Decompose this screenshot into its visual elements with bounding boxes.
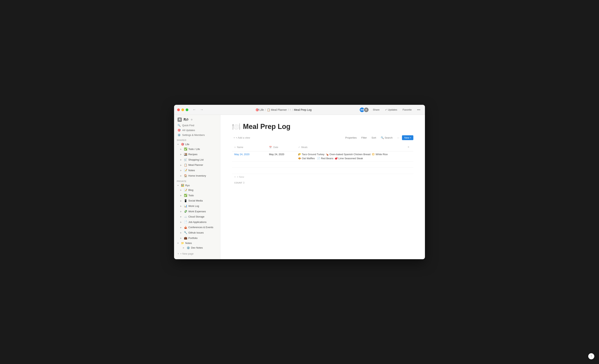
count-row: COUNT 3 (232, 180, 413, 186)
conferences-icon: 🎪 (184, 226, 187, 230)
breadcrumb-life[interactable]: 🎯 Life (255, 108, 264, 111)
add-new-row[interactable]: + + New (232, 174, 413, 180)
table-row (232, 161, 413, 168)
relation-icon: ↗ (298, 146, 300, 149)
sidebar-item-meal-planner[interactable]: ▶ 📋 Meal Planner (175, 162, 220, 168)
more-options-button[interactable]: ··· (395, 135, 401, 140)
sidebar-item-home-inventory[interactable]: ▶ 🏠 Home Inventory (175, 173, 220, 178)
life-icon: 🎯 (255, 108, 259, 111)
home-inventory-icon: 🏠 (184, 174, 187, 178)
meal-tag-3[interactable]: 🌕 White Rice (372, 153, 388, 156)
work-expenses-icon: 💸 (184, 210, 187, 213)
sidebar-item-todo-life[interactable]: ▶ ✅ Todo / Life (175, 146, 220, 152)
more-button[interactable]: ••• (415, 107, 422, 112)
github-issues-icon: 🔧 (184, 231, 187, 235)
sidebar-item-cloud-storage[interactable]: ▶ ☁️ Cloud Storage (175, 214, 220, 220)
shopping-list-icon: 🛒 (184, 158, 187, 162)
social-media-icon: 📱 (184, 199, 187, 203)
new-page-label: + New page (180, 252, 194, 255)
sort-button[interactable]: Sort (370, 135, 378, 140)
gear-icon: ⚙️ (177, 133, 181, 136)
recipes-icon: 🍱 (184, 153, 187, 157)
sidebar-item-job-applications[interactable]: ▶ 📄 Job Applications (175, 219, 220, 225)
page-title-row: 🍽️ Meal Prep Log (232, 123, 413, 131)
titlebar-actions: RN R Share ✓ Updates Favorite ••• (359, 107, 422, 113)
maximize-button[interactable] (186, 108, 188, 111)
meals-list: 🌮 Taco Ground Turkey 🍗 Oven-baked Spanis… (298, 153, 401, 160)
meal-tag-2[interactable]: 🍗 Oven-baked Spanish Chicken Breast (326, 153, 370, 156)
chevron-right-icon: ▶ (180, 205, 183, 207)
chevron-right-icon: ▶ (180, 200, 183, 202)
chevron-right-icon: ▶ (180, 237, 183, 240)
properties-button[interactable]: Properties (343, 135, 359, 140)
help-button[interactable]: ? (588, 353, 594, 359)
empty-name[interactable] (232, 168, 267, 174)
search-button[interactable]: 🔍 Search (379, 135, 395, 140)
sidebar-item-work-expenses[interactable]: ▶ 💸 Work Expenses (175, 209, 220, 214)
traffic-lights (177, 108, 188, 111)
sidebar-item-portfolio[interactable]: ▶ 💼 Portfolio (175, 235, 220, 241)
col-header-date[interactable]: 📅 Date (267, 143, 296, 151)
forward-button[interactable]: → (199, 107, 204, 112)
cell-name[interactable]: May 24, 2020 (232, 151, 267, 161)
private-label: PRIVATE (174, 178, 220, 183)
database-table: ≡ Name 📅 Date ↗ Meals + (232, 143, 413, 174)
table-row: May 24, 2020 May 24, 2020 🌮 Taco Ground … (232, 151, 413, 161)
share-button[interactable]: Share (371, 107, 381, 112)
meal-tag-1[interactable]: 🌮 Taco Ground Turkey (298, 153, 324, 156)
new-page-button[interactable]: + + New page (175, 251, 220, 256)
meal-tag-4[interactable]: 🧇 Oat Waffles (298, 157, 315, 160)
favorite-button[interactable]: Favorite (401, 107, 413, 112)
notes-shared-icon: 📝 (184, 169, 187, 172)
chevron-right-icon: ▶ (180, 169, 183, 172)
updates-button[interactable]: ✓ Updates (383, 107, 399, 112)
empty-extra (404, 168, 413, 174)
sidebar-item-github-issues[interactable]: ▶ 🔧 Github Issues (175, 230, 220, 235)
sidebar-item-notes-private[interactable]: ▾ 📁 Notes (175, 241, 220, 245)
sidebar-user[interactable]: 亮 亮介 ⚙ (175, 116, 220, 123)
col-header-name[interactable]: ≡ Name (232, 143, 267, 151)
search-icon: 🔍 (381, 136, 384, 139)
sidebar-item-social-media[interactable]: ▶ 📱 Social Media (175, 198, 220, 204)
back-button[interactable]: ← (191, 107, 197, 112)
sidebar-item-todo[interactable]: ▶ ✅ Todo (175, 193, 220, 198)
quick-find[interactable]: 🔍 Quick Find (175, 123, 220, 128)
sidebar-item-conferences[interactable]: ▶ 🎪 Conferences & Events (175, 225, 220, 230)
cell-empty (404, 151, 413, 161)
nav-buttons: ← → (191, 107, 204, 112)
settings-members[interactable]: ⚙️ Settings & Members (175, 133, 220, 137)
page-title: Meal Prep Log (243, 123, 291, 131)
breadcrumb: 🎯 Life / 📋 Meal Planner / 🍽️ Meal Prep L… (208, 108, 359, 111)
empty-name[interactable] (232, 161, 267, 168)
sidebar-item-life[interactable]: ▾ 🎯 Life (175, 142, 220, 146)
breadcrumb-meal-prep-log[interactable]: 🍽️ Meal Prep Log (290, 108, 311, 111)
sidebar-item-dev-notes[interactable]: ▶ ⚙️ Dev Notes (175, 245, 220, 251)
sidebar-item-notes-shared[interactable]: ▶ 📝 Notes (175, 168, 220, 173)
add-column-button[interactable]: + (406, 144, 411, 150)
count-label: COUNT (234, 182, 242, 184)
col-header-meals[interactable]: ↗ Meals (296, 143, 404, 151)
dev-notes-icon: ⚙️ (186, 246, 190, 250)
new-button[interactable]: New ▾ (402, 135, 413, 140)
sidebar-item-shopping-list[interactable]: ▶ 🛒 Shopping List (175, 157, 220, 162)
breadcrumb-sep-2: / (288, 108, 289, 111)
sidebar-item-ryo[interactable]: ▾ 🖼️ Ryo (175, 183, 220, 188)
minimize-button[interactable] (181, 108, 184, 111)
toolbar-right: Properties Filter Sort 🔍 Search ··· New … (343, 135, 413, 140)
toolbar: + + Add a view Properties Filter Sort 🔍 … (232, 135, 413, 140)
meal-tag-5[interactable]: 📄 Red Beans (317, 157, 333, 160)
sidebar-item-blog[interactable]: ▶ 📝 Blog (175, 188, 220, 193)
add-view-button[interactable]: + + Add a view (232, 135, 252, 140)
close-button[interactable] (177, 108, 180, 111)
job-applications-icon: 📄 (184, 220, 187, 224)
sidebar-item-recipes[interactable]: ▶ 🍱 Recipes (175, 152, 220, 157)
sidebar-item-work-log[interactable]: ▶ 📊 Work Log (175, 204, 220, 209)
breadcrumb-meal-planner[interactable]: 📋 Meal Planner (267, 108, 287, 111)
meal-tag-6[interactable]: 🥩 Lime Seasoned Steak (335, 157, 363, 160)
chevron-right-icon: ▶ (180, 175, 183, 177)
all-updates[interactable]: 🎯 All Updates (175, 128, 220, 133)
chevron-right-icon: ▶ (180, 159, 183, 161)
sidebar: 亮 亮介 ⚙ 🔍 Quick Find 🎯 All Updates ⚙️ Set… (174, 115, 220, 259)
filter-button[interactable]: Filter (359, 135, 369, 140)
life-icon: 🎯 (181, 143, 184, 146)
